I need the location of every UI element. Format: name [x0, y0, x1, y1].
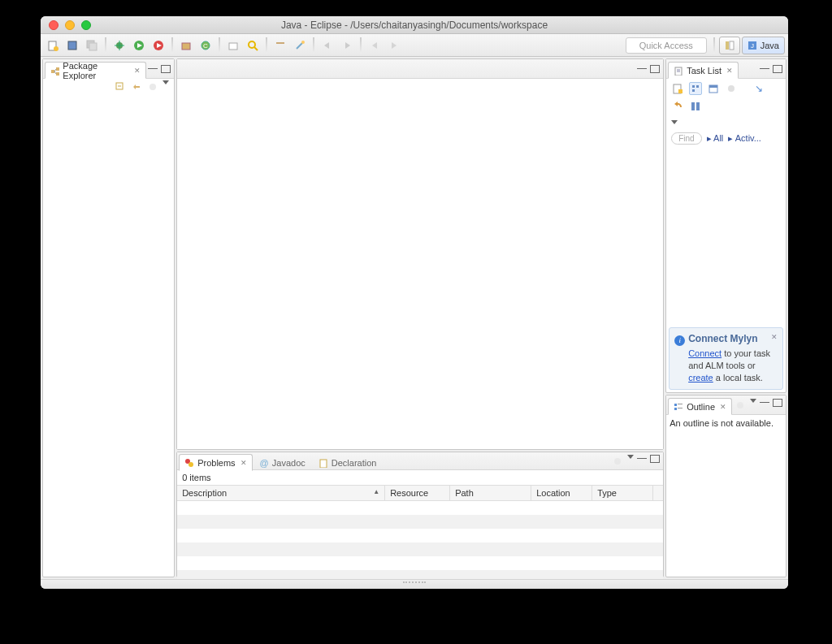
wand-icon[interactable]: [291, 37, 309, 54]
run-icon[interactable]: [130, 37, 148, 54]
forward-icon[interactable]: [385, 37, 403, 54]
mylyn-title: Connect Mylyn: [688, 333, 757, 344]
editor-area: [176, 58, 664, 450]
tab-declaration[interactable]: Declaration: [313, 454, 383, 471]
task-list-view: Task List ✕ ↘: [665, 58, 786, 393]
svg-rect-52: [691, 102, 695, 110]
save-all-icon[interactable]: [83, 37, 101, 54]
close-icon[interactable]: ✕: [134, 67, 141, 75]
maximize-view-icon[interactable]: [773, 399, 782, 407]
sort-asc-icon[interactable]: ▲: [373, 488, 379, 498]
close-icon[interactable]: ✕: [720, 403, 726, 411]
maximize-view-icon[interactable]: [161, 65, 171, 73]
tab-label: Declaration: [332, 458, 377, 468]
svg-marker-23: [372, 42, 377, 49]
categorized-icon[interactable]: [689, 82, 702, 95]
focus-task-icon[interactable]: [146, 80, 159, 93]
view-menu-icon[interactable]: [627, 455, 634, 459]
svg-marker-24: [392, 42, 396, 49]
tab-problems[interactable]: Problems ✕: [179, 454, 252, 471]
synchronize-icon[interactable]: [671, 100, 684, 113]
focus-workweek-icon[interactable]: [725, 82, 738, 95]
open-perspective-button[interactable]: [719, 37, 740, 54]
minimize-view-icon[interactable]: [148, 68, 158, 70]
svg-point-1: [54, 46, 58, 51]
collapse-icon[interactable]: [689, 100, 702, 113]
focus-icon[interactable]: [734, 399, 747, 412]
svg-rect-56: [674, 408, 677, 410]
col-resource[interactable]: Resource: [385, 486, 450, 500]
svg-rect-15: [229, 43, 237, 50]
col-type[interactable]: Type: [592, 486, 653, 500]
outline-empty-text: An outline is not available.: [666, 415, 786, 577]
link-editor-icon[interactable]: [130, 80, 143, 93]
filter-all[interactable]: All: [713, 133, 723, 143]
focus-icon[interactable]: [611, 455, 624, 468]
debug-icon[interactable]: [110, 37, 128, 54]
task-list-body[interactable]: [666, 148, 786, 325]
svg-line-17: [254, 47, 258, 50]
package-explorer-view: Package Explorer ✕: [42, 58, 175, 577]
new-icon[interactable]: [44, 37, 62, 54]
minimize-view-icon[interactable]: [637, 458, 647, 460]
nav-next-edit-icon[interactable]: [338, 37, 356, 54]
svg-rect-18: [276, 42, 284, 44]
maximize-view-icon[interactable]: [650, 455, 660, 463]
close-icon[interactable]: ✕: [726, 67, 733, 75]
collapse-all-icon[interactable]: [114, 80, 127, 93]
hide-icon[interactable]: ↘: [752, 82, 765, 95]
tab-package-explorer[interactable]: Package Explorer ✕: [45, 62, 146, 79]
toggle-breadcrumb-icon[interactable]: [271, 37, 289, 54]
new-task-icon[interactable]: [671, 82, 684, 95]
svg-rect-2: [68, 41, 76, 50]
col-description[interactable]: Description: [182, 488, 227, 498]
connect-link[interactable]: Connect: [688, 348, 722, 358]
svg-point-40: [614, 458, 621, 465]
java-perspective-button[interactable]: J Java: [742, 37, 785, 54]
maximize-editor-icon[interactable]: [650, 65, 660, 73]
view-menu-icon[interactable]: [671, 120, 678, 124]
svg-rect-29: [51, 70, 54, 73]
quick-access-input[interactable]: Quick Access: [626, 37, 707, 54]
view-menu-icon[interactable]: [162, 80, 169, 84]
minimize-editor-icon[interactable]: [637, 68, 647, 70]
tab-task-list[interactable]: Task List ✕: [668, 62, 739, 79]
svg-marker-21: [324, 42, 329, 49]
nav-prev-edit-icon[interactable]: [318, 37, 336, 54]
svg-rect-46: [692, 85, 695, 88]
editor-empty[interactable]: [177, 79, 663, 449]
search-icon[interactable]: [244, 37, 262, 54]
close-icon[interactable]: ✕: [240, 459, 247, 467]
view-menu-icon[interactable]: [750, 399, 756, 403]
open-type-icon[interactable]: [224, 37, 242, 54]
find-input[interactable]: Find: [671, 132, 701, 145]
tab-javadoc[interactable]: @ Javadoc: [254, 454, 311, 471]
col-path[interactable]: Path: [450, 486, 531, 500]
tab-label: Task List: [687, 66, 722, 76]
svg-line-33: [54, 71, 56, 74]
svg-point-58: [737, 402, 743, 408]
create-link[interactable]: create: [688, 373, 713, 383]
new-class-icon[interactable]: C: [197, 37, 214, 54]
minimize-view-icon[interactable]: [760, 402, 769, 404]
perspective-label: Java: [760, 41, 779, 50]
save-icon[interactable]: [63, 37, 81, 54]
close-icon[interactable]: ✕: [771, 333, 778, 341]
filter-activate[interactable]: Activ...: [735, 133, 761, 143]
svg-rect-55: [678, 404, 682, 404]
back-icon[interactable]: [366, 37, 384, 54]
scheduled-icon[interactable]: [707, 82, 720, 95]
col-location[interactable]: Location: [531, 486, 592, 500]
minimize-view-icon[interactable]: [760, 68, 769, 70]
new-package-icon[interactable]: [177, 37, 195, 54]
window-minimize-button[interactable]: [65, 20, 75, 30]
svg-point-38: [188, 462, 193, 467]
run-last-icon[interactable]: [150, 37, 167, 54]
tab-outline[interactable]: Outline ✕: [668, 398, 732, 415]
svg-line-32: [54, 69, 56, 71]
problems-view: Problems ✕ @ Javadoc Declaration: [176, 452, 664, 577]
window-close-button[interactable]: [49, 20, 58, 30]
package-explorer-tree[interactable]: [43, 95, 174, 577]
maximize-view-icon[interactable]: [773, 65, 782, 73]
window-zoom-button[interactable]: [81, 20, 91, 30]
